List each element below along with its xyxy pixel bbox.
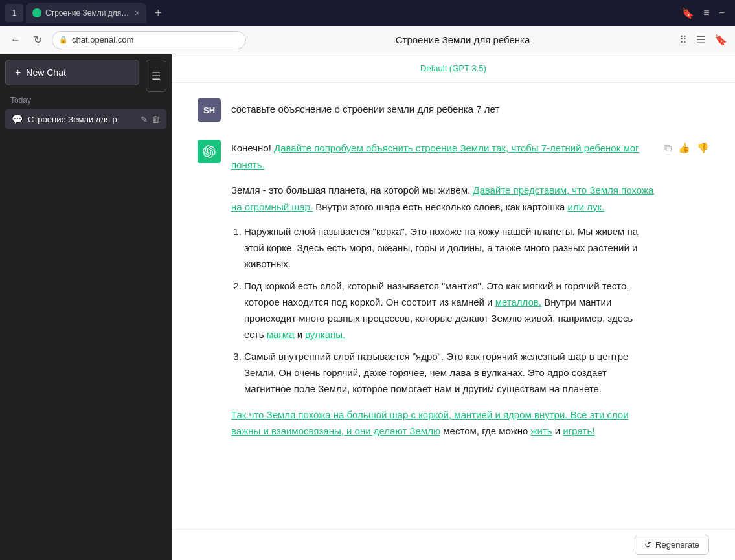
ai-conclusion-link2: жить — [531, 425, 552, 436]
today-section-label: Today — [5, 92, 166, 109]
regenerate-button[interactable]: ↺ Regenerate — [635, 535, 709, 555]
page-title: Строение Земли для ребенка — [253, 34, 673, 45]
tab-title: Строение Земли для ре... — [45, 8, 130, 17]
chat-history-item[interactable]: 💬 Строение Земли для р ✎ 🗑 — [5, 109, 166, 129]
toolbar-right: ⠿ ☰ 🔖 — [679, 34, 727, 46]
chat-bubble-icon: 💬 — [12, 114, 23, 124]
window-number[interactable]: 1 — [5, 4, 23, 22]
tab-favicon — [32, 8, 41, 17]
link-volc: вулканы. — [305, 329, 345, 340]
ai-conclusion-play: играть! — [563, 425, 594, 436]
bookmark-page-icon[interactable]: 🔖 — [714, 34, 727, 46]
back-button[interactable]: ← — [8, 32, 23, 48]
ai-text-p2a: Земля - это большая планета, на которой … — [231, 185, 473, 196]
sidebar: + New Chat ☰ Today 💬 Строение Земли для … — [0, 54, 172, 560]
ai-message-row: Конечно! Давайте попробуем объяснить стр… — [231, 140, 709, 449]
url-bar[interactable]: 🔒 chat.openai.com — [52, 31, 246, 49]
ai-response-body: Конечно! Давайте попробуем объяснить стр… — [231, 140, 654, 449]
openai-logo-icon — [203, 145, 216, 158]
user-message-text: составьте объяснение о строении земли дл… — [231, 98, 499, 117]
thumbs-up-icon[interactable]: 👍 — [678, 142, 690, 154]
model-header: Default (GPT-3.5) — [172, 54, 735, 83]
app-layout: + New Chat ☰ Today 💬 Строение Земли для … — [0, 54, 735, 560]
main-content: Default (GPT-3.5) SH составьте объяснени… — [172, 54, 735, 560]
link-metally: металлов. — [495, 297, 541, 308]
reload-button[interactable]: ↻ — [30, 32, 45, 48]
list-item-3: Самый внутренний слой называется "ядро".… — [244, 349, 654, 397]
minimize-icon[interactable]: − — [719, 7, 725, 19]
list-item-2: Под коркой есть слой, который называется… — [244, 278, 654, 342]
url-text: chat.openai.com — [72, 35, 133, 45]
new-chat-label: New Chat — [26, 67, 65, 78]
ai-avatar — [198, 140, 221, 163]
ai-message: Конечно! Давайте попробуем объяснить стр… — [198, 140, 709, 449]
regenerate-bar: ↺ Regenerate — [172, 529, 735, 560]
active-tab[interactable]: Строение Земли для ре... × — [26, 3, 146, 23]
sidebar-toggle-button[interactable]: ☰ — [146, 60, 166, 92]
regenerate-icon: ↺ — [644, 540, 651, 550]
chat-messages: SH составьте объяснение о строении земли… — [172, 83, 735, 529]
new-chat-row: + New Chat ☰ — [5, 60, 166, 92]
regenerate-label: Regenerate — [655, 540, 699, 550]
reader-icon[interactable]: ☰ — [696, 34, 705, 46]
list-item-1: Наружный слой называется "корка". Это по… — [244, 224, 654, 272]
bookmark-icon[interactable]: 🔖 — [681, 7, 694, 19]
ai-text-link3: или лук. — [568, 201, 605, 212]
ai-actions: ⧉ 👍 👎 — [664, 140, 709, 154]
chat-item-actions: ✎ 🗑 — [141, 115, 160, 124]
edit-chat-icon[interactable]: ✎ — [141, 115, 148, 124]
ai-text-link1: Давайте попробуем объяснить строение Зем… — [231, 142, 639, 170]
ai-conclusion: Так что Земля похожа на большой шар с ко… — [231, 407, 654, 440]
chat-item-text: Строение Земли для р — [28, 115, 135, 124]
delete-chat-icon[interactable]: 🗑 — [152, 115, 160, 124]
tab-area: 1 Строение Земли для ре... × + — [5, 3, 679, 23]
ai-para-1: Конечно! Давайте попробуем объяснить стр… — [231, 140, 654, 173]
ai-text-p2b: Внутри этого шара есть несколько слоев, … — [313, 201, 567, 212]
copy-icon[interactable]: ⧉ — [664, 142, 672, 154]
ai-para-2: Земля - это большая планета, на которой … — [231, 182, 654, 215]
ai-message-main: Конечно! Давайте попробуем объяснить стр… — [231, 140, 709, 449]
new-chat-button[interactable]: + New Chat — [5, 60, 139, 85]
browser-chrome: 1 Строение Земли для ре... × + 🔖 ≡ − — [0, 0, 735, 26]
ai-text-intro1: Конечно! — [231, 142, 274, 153]
menu-icon[interactable]: ≡ — [703, 7, 709, 19]
extensions-icon[interactable]: ⠿ — [679, 34, 687, 46]
user-avatar: SH — [198, 98, 221, 122]
thumbs-down-icon[interactable]: 👎 — [697, 142, 709, 154]
ai-conclusion-end: местом, где можно — [440, 425, 530, 436]
ai-conclusion-and: и — [552, 425, 563, 436]
lock-icon: 🔒 — [59, 36, 68, 44]
new-tab-button[interactable]: + — [149, 4, 167, 22]
ai-response-text: Конечно! Давайте попробуем объяснить стр… — [231, 140, 654, 440]
toggle-icon: ☰ — [152, 71, 161, 82]
link-magma: магма — [267, 329, 295, 340]
address-bar: ← ↻ 🔒 chat.openai.com Строение Земли для… — [0, 26, 735, 54]
ai-list: Наружный слой называется "корка". Это по… — [231, 224, 654, 398]
tab-close-button[interactable]: × — [135, 8, 140, 18]
plus-icon: + — [15, 67, 21, 78]
user-message: SH составьте объяснение о строении земли… — [198, 98, 709, 122]
window-controls: 🔖 ≡ − — [681, 7, 730, 19]
